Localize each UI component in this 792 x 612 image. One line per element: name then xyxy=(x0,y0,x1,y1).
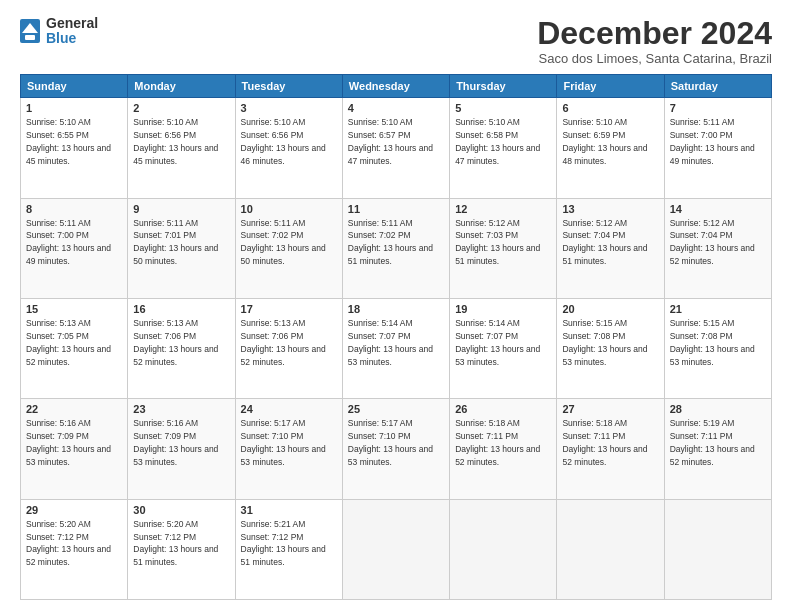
day-number: 12 xyxy=(455,203,551,215)
header: General Blue December 2024 Saco dos Limo… xyxy=(20,16,772,66)
table-row: 21Sunrise: 5:15 AMSunset: 7:08 PMDayligh… xyxy=(664,298,771,398)
day-info: Sunrise: 5:16 AMSunset: 7:09 PMDaylight:… xyxy=(26,418,111,467)
table-row xyxy=(450,499,557,599)
page: General Blue December 2024 Saco dos Limo… xyxy=(0,0,792,612)
day-info: Sunrise: 5:15 AMSunset: 7:08 PMDaylight:… xyxy=(562,318,647,367)
day-number: 24 xyxy=(241,403,337,415)
day-info: Sunrise: 5:11 AMSunset: 7:01 PMDaylight:… xyxy=(133,218,218,267)
logo-text: General Blue xyxy=(46,16,98,47)
title-area: December 2024 Saco dos Limoes, Santa Cat… xyxy=(537,16,772,66)
table-row: 18Sunrise: 5:14 AMSunset: 7:07 PMDayligh… xyxy=(342,298,449,398)
day-number: 29 xyxy=(26,504,122,516)
table-row: 16Sunrise: 5:13 AMSunset: 7:06 PMDayligh… xyxy=(128,298,235,398)
table-row: 10Sunrise: 5:11 AMSunset: 7:02 PMDayligh… xyxy=(235,198,342,298)
day-number: 14 xyxy=(670,203,766,215)
day-number: 18 xyxy=(348,303,444,315)
col-saturday: Saturday xyxy=(664,75,771,98)
day-info: Sunrise: 5:10 AMSunset: 6:59 PMDaylight:… xyxy=(562,117,647,166)
col-friday: Friday xyxy=(557,75,664,98)
calendar-row: 1Sunrise: 5:10 AMSunset: 6:55 PMDaylight… xyxy=(21,98,772,198)
day-number: 2 xyxy=(133,102,229,114)
month-title: December 2024 xyxy=(537,16,772,51)
day-info: Sunrise: 5:18 AMSunset: 7:11 PMDaylight:… xyxy=(562,418,647,467)
table-row: 30Sunrise: 5:20 AMSunset: 7:12 PMDayligh… xyxy=(128,499,235,599)
day-number: 8 xyxy=(26,203,122,215)
day-number: 21 xyxy=(670,303,766,315)
day-number: 10 xyxy=(241,203,337,215)
day-number: 16 xyxy=(133,303,229,315)
day-number: 23 xyxy=(133,403,229,415)
logo-icon xyxy=(20,19,40,43)
day-number: 5 xyxy=(455,102,551,114)
table-row: 27Sunrise: 5:18 AMSunset: 7:11 PMDayligh… xyxy=(557,399,664,499)
day-number: 3 xyxy=(241,102,337,114)
table-row: 25Sunrise: 5:17 AMSunset: 7:10 PMDayligh… xyxy=(342,399,449,499)
day-info: Sunrise: 5:19 AMSunset: 7:11 PMDaylight:… xyxy=(670,418,755,467)
calendar-row: 8Sunrise: 5:11 AMSunset: 7:00 PMDaylight… xyxy=(21,198,772,298)
table-row: 3Sunrise: 5:10 AMSunset: 6:56 PMDaylight… xyxy=(235,98,342,198)
table-row: 26Sunrise: 5:18 AMSunset: 7:11 PMDayligh… xyxy=(450,399,557,499)
table-row: 15Sunrise: 5:13 AMSunset: 7:05 PMDayligh… xyxy=(21,298,128,398)
day-number: 1 xyxy=(26,102,122,114)
calendar-row: 29Sunrise: 5:20 AMSunset: 7:12 PMDayligh… xyxy=(21,499,772,599)
day-number: 4 xyxy=(348,102,444,114)
table-row: 5Sunrise: 5:10 AMSunset: 6:58 PMDaylight… xyxy=(450,98,557,198)
day-number: 15 xyxy=(26,303,122,315)
table-row: 13Sunrise: 5:12 AMSunset: 7:04 PMDayligh… xyxy=(557,198,664,298)
day-info: Sunrise: 5:21 AMSunset: 7:12 PMDaylight:… xyxy=(241,519,326,568)
logo-general-text: General xyxy=(46,16,98,31)
day-info: Sunrise: 5:13 AMSunset: 7:06 PMDaylight:… xyxy=(133,318,218,367)
calendar-row: 22Sunrise: 5:16 AMSunset: 7:09 PMDayligh… xyxy=(21,399,772,499)
table-row: 1Sunrise: 5:10 AMSunset: 6:55 PMDaylight… xyxy=(21,98,128,198)
logo-blue-text: Blue xyxy=(46,31,98,46)
day-info: Sunrise: 5:10 AMSunset: 6:56 PMDaylight:… xyxy=(133,117,218,166)
table-row: 29Sunrise: 5:20 AMSunset: 7:12 PMDayligh… xyxy=(21,499,128,599)
day-number: 20 xyxy=(562,303,658,315)
day-number: 27 xyxy=(562,403,658,415)
day-number: 31 xyxy=(241,504,337,516)
day-info: Sunrise: 5:10 AMSunset: 6:56 PMDaylight:… xyxy=(241,117,326,166)
table-row: 8Sunrise: 5:11 AMSunset: 7:00 PMDaylight… xyxy=(21,198,128,298)
day-info: Sunrise: 5:17 AMSunset: 7:10 PMDaylight:… xyxy=(241,418,326,467)
day-number: 11 xyxy=(348,203,444,215)
col-monday: Monday xyxy=(128,75,235,98)
day-info: Sunrise: 5:10 AMSunset: 6:55 PMDaylight:… xyxy=(26,117,111,166)
col-thursday: Thursday xyxy=(450,75,557,98)
calendar-table: Sunday Monday Tuesday Wednesday Thursday… xyxy=(20,74,772,600)
day-number: 19 xyxy=(455,303,551,315)
day-number: 22 xyxy=(26,403,122,415)
day-info: Sunrise: 5:11 AMSunset: 7:00 PMDaylight:… xyxy=(26,218,111,267)
day-info: Sunrise: 5:13 AMSunset: 7:05 PMDaylight:… xyxy=(26,318,111,367)
table-row: 23Sunrise: 5:16 AMSunset: 7:09 PMDayligh… xyxy=(128,399,235,499)
day-info: Sunrise: 5:13 AMSunset: 7:06 PMDaylight:… xyxy=(241,318,326,367)
day-number: 7 xyxy=(670,102,766,114)
day-number: 30 xyxy=(133,504,229,516)
table-row: 12Sunrise: 5:12 AMSunset: 7:03 PMDayligh… xyxy=(450,198,557,298)
table-row: 19Sunrise: 5:14 AMSunset: 7:07 PMDayligh… xyxy=(450,298,557,398)
day-info: Sunrise: 5:11 AMSunset: 7:02 PMDaylight:… xyxy=(241,218,326,267)
day-info: Sunrise: 5:18 AMSunset: 7:11 PMDaylight:… xyxy=(455,418,540,467)
day-info: Sunrise: 5:11 AMSunset: 7:00 PMDaylight:… xyxy=(670,117,755,166)
table-row: 4Sunrise: 5:10 AMSunset: 6:57 PMDaylight… xyxy=(342,98,449,198)
header-row: Sunday Monday Tuesday Wednesday Thursday… xyxy=(21,75,772,98)
day-info: Sunrise: 5:16 AMSunset: 7:09 PMDaylight:… xyxy=(133,418,218,467)
table-row: 7Sunrise: 5:11 AMSunset: 7:00 PMDaylight… xyxy=(664,98,771,198)
table-row: 14Sunrise: 5:12 AMSunset: 7:04 PMDayligh… xyxy=(664,198,771,298)
day-info: Sunrise: 5:10 AMSunset: 6:58 PMDaylight:… xyxy=(455,117,540,166)
subtitle: Saco dos Limoes, Santa Catarina, Brazil xyxy=(537,51,772,66)
day-info: Sunrise: 5:20 AMSunset: 7:12 PMDaylight:… xyxy=(133,519,218,568)
svg-rect-2 xyxy=(25,35,35,40)
col-wednesday: Wednesday xyxy=(342,75,449,98)
table-row: 11Sunrise: 5:11 AMSunset: 7:02 PMDayligh… xyxy=(342,198,449,298)
day-info: Sunrise: 5:20 AMSunset: 7:12 PMDaylight:… xyxy=(26,519,111,568)
table-row: 17Sunrise: 5:13 AMSunset: 7:06 PMDayligh… xyxy=(235,298,342,398)
table-row: 20Sunrise: 5:15 AMSunset: 7:08 PMDayligh… xyxy=(557,298,664,398)
table-row: 22Sunrise: 5:16 AMSunset: 7:09 PMDayligh… xyxy=(21,399,128,499)
col-tuesday: Tuesday xyxy=(235,75,342,98)
table-row: 24Sunrise: 5:17 AMSunset: 7:10 PMDayligh… xyxy=(235,399,342,499)
table-row: 31Sunrise: 5:21 AMSunset: 7:12 PMDayligh… xyxy=(235,499,342,599)
table-row: 6Sunrise: 5:10 AMSunset: 6:59 PMDaylight… xyxy=(557,98,664,198)
day-info: Sunrise: 5:10 AMSunset: 6:57 PMDaylight:… xyxy=(348,117,433,166)
day-number: 28 xyxy=(670,403,766,415)
day-number: 26 xyxy=(455,403,551,415)
